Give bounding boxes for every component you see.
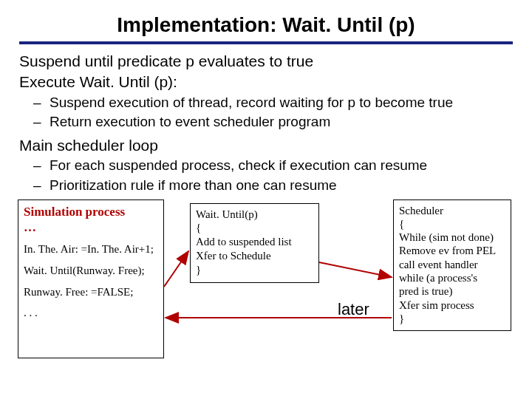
sched-box-line: { (399, 217, 505, 231)
wait-box-line: Add to suspended list (196, 235, 313, 249)
slide: Implementation: Wait. Until (p) Suspend … (0, 0, 532, 399)
sched-box-line: Remove ev from PEL (399, 244, 505, 257)
bullet-list-2: For each suspended process, check if exe… (16, 157, 516, 194)
bullet-list-1: Suspend execution of thread, record wait… (16, 94, 516, 132)
sched-box-line: While (sim not done) (399, 231, 505, 244)
wait-box-line: { (196, 221, 313, 235)
sim-box-line: Runway. Free: =FALSE; (24, 285, 158, 299)
sched-box-line: Xfer sim process (399, 299, 505, 312)
sched-box-line: pred is true) (399, 284, 505, 298)
body-line-2: Execute Wait. Until (p): (19, 72, 516, 92)
body-line-1: Suspend until predicate p evaluates to t… (19, 52, 516, 71)
sched-box-line: } (399, 312, 505, 325)
body-line-3: Main scheduler loop (19, 136, 516, 155)
sim-box-ellipsis: … (24, 219, 158, 235)
wait-box-line: } (196, 263, 313, 277)
slide-title: Implementation: Wait. Until (p) (19, 13, 513, 44)
wait-box-line: Wait. Until(p) (196, 208, 313, 222)
sched-box-line: call event handler (399, 258, 505, 271)
bullet-item: Return execution to event scheduler prog… (50, 113, 516, 132)
svg-line-1 (319, 262, 392, 277)
bullet-item: Prioritization rule if more than one can… (50, 177, 516, 195)
scheduler-box: Scheduler { While (sim not done) Remove … (393, 200, 511, 331)
sched-box-line: Scheduler (399, 204, 505, 217)
wait-box-line: Xfer to Schedule (196, 249, 313, 263)
svg-line-0 (164, 251, 188, 287)
later-label: later (338, 300, 369, 319)
sim-box-line: Wait. Until(Runway. Free); (24, 264, 158, 278)
wait-until-box: Wait. Until(p) { Add to suspended list X… (190, 203, 319, 283)
sim-box-line: . . . (24, 306, 158, 320)
sim-box-line: In. The. Air: =In. The. Air+1; (24, 242, 158, 256)
sim-box-title: Simulation process (24, 204, 158, 219)
diagram-area: Simulation process … In. The. Air: =In. … (16, 200, 516, 369)
bullet-item: For each suspended process, check if exe… (50, 157, 516, 175)
simulation-process-box: Simulation process … In. The. Air: =In. … (18, 200, 164, 358)
bullet-item: Suspend execution of thread, record wait… (50, 94, 516, 112)
sched-box-line: while (a process's (399, 271, 505, 284)
